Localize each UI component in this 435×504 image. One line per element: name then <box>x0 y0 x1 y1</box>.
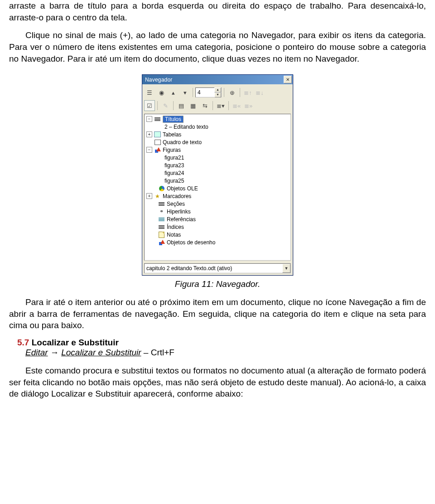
tree-label: 2 – Editando texto <box>164 124 208 130</box>
navigator-toolbar-row1: ☰ ◉ ▴ ▾ 4 ▲▼ ⊕ ≣↑ ≣↓ <box>144 86 291 99</box>
table-icon <box>154 131 161 138</box>
tree-child-figura25[interactable]: figura25 <box>145 177 290 184</box>
page-number-input[interactable]: 4 ▲▼ <box>195 87 222 97</box>
tree-label: Quadro de texto <box>163 139 202 145</box>
navigation-icon[interactable]: ◉ <box>156 87 167 98</box>
tree-label: Seções <box>167 201 185 207</box>
tree-item-ole[interactable]: Objetos OLE <box>145 184 290 192</box>
para-find-replace: Este comando procura e substitui textos … <box>9 365 426 400</box>
anchor-icon[interactable]: ⇆ <box>199 100 210 111</box>
section-heading: 5.7 Localizar e Substituir <box>17 338 426 348</box>
tree-label: Títulos <box>163 116 184 123</box>
navigator-figure: Navegador ✕ ☰ ◉ ▴ ▾ 4 ▲▼ ⊕ ≣↑ <box>9 74 426 276</box>
tree-label: figura24 <box>164 170 184 176</box>
tree-label: Marcadores <box>163 193 191 199</box>
tree-label: Figuras <box>163 147 181 153</box>
tree-label: Objetos de desenho <box>167 239 215 246</box>
headings-icon <box>154 116 161 122</box>
menu-path: Editar → Localizar e Substituir – Crtl+F <box>25 348 426 358</box>
toolbar-separator <box>228 101 229 110</box>
tree-child-figura23[interactable]: figura23 <box>145 161 290 169</box>
text-frame-icon <box>154 139 161 145</box>
tree-label: figura21 <box>164 155 184 161</box>
tree-label: Notas <box>167 232 181 238</box>
content-view-icon[interactable]: ☑ <box>144 100 155 111</box>
heading-levels-icon[interactable]: ≣▾ <box>215 100 226 111</box>
expand-icon[interactable]: + <box>146 193 152 199</box>
tree-item-indices[interactable]: Índices <box>145 223 290 231</box>
toolbar-separator <box>213 101 213 110</box>
promote-chapter-icon[interactable]: ≣↑ <box>242 87 253 98</box>
prev-icon[interactable]: ▴ <box>168 87 179 98</box>
navigator-tree[interactable]: − Títulos 2 – Editando texto + Tabelas <box>144 114 291 261</box>
toolbar-separator <box>193 88 193 97</box>
menu-shortcut: Crtl+F <box>151 348 174 357</box>
toolbar-separator <box>157 101 158 110</box>
section-title-text: Localizar e Substituir <box>32 338 119 347</box>
bookmark-icon: ★ <box>154 193 161 199</box>
references-icon <box>158 216 165 223</box>
indexes-icon <box>158 224 165 230</box>
toggle-icon[interactable]: ☰ <box>144 87 155 98</box>
tree-label: Índices <box>167 224 184 230</box>
tree-label: figura25 <box>164 178 184 184</box>
menu-localizar: Localizar e Substituir <box>61 348 141 357</box>
page-number-value: 4 <box>198 89 201 96</box>
tree-item-tabelas[interactable]: + Tabelas <box>145 131 290 138</box>
promote-level-icon[interactable]: ≣« <box>231 100 242 111</box>
toolbar-separator <box>173 101 174 110</box>
collapse-icon[interactable]: − <box>146 116 152 122</box>
navigator-title: Navegador <box>145 77 173 83</box>
tree-label: figura23 <box>164 162 184 169</box>
spin-up-icon[interactable]: ▲ <box>214 87 221 92</box>
demote-chapter-icon[interactable]: ≣↓ <box>254 87 265 98</box>
toolbar-separator <box>240 88 240 97</box>
chevron-down-icon[interactable]: ▼ <box>282 264 290 273</box>
intro-para-1: arraste a barra de título para a borda e… <box>9 0 426 23</box>
tree-item-marcadores[interactable]: + ★ Marcadores <box>145 192 290 200</box>
tree-child-figura24[interactable]: figura24 <box>145 169 290 177</box>
tree-item-notas[interactable]: Notas <box>145 231 290 238</box>
tree-label: Objetos OLE <box>167 185 198 192</box>
tree-item-referencias[interactable]: Referências <box>145 215 290 223</box>
tree-label: Referências <box>167 216 196 223</box>
navigator-titlebar[interactable]: Navegador ✕ <box>142 75 293 84</box>
tree-item-hiperlinks[interactable]: ⚭ Hiperlinks <box>145 208 290 215</box>
sections-icon <box>158 201 165 207</box>
menu-dash: – <box>141 348 151 357</box>
set-reminder-icon[interactable]: ✎ <box>160 100 171 111</box>
tree-child-figura21[interactable]: figura21 <box>145 154 290 161</box>
close-icon[interactable]: ✕ <box>284 76 292 83</box>
drag-mode-icon[interactable]: ⊕ <box>227 87 237 98</box>
footer-icon[interactable]: ▦ <box>188 100 198 111</box>
tree-item-desenho[interactable]: Objetos de desenho <box>145 238 290 246</box>
figure-caption: Figura 11: Navegador. <box>9 279 426 289</box>
tree-label: Hiperlinks <box>167 208 191 215</box>
navigator-window: Navegador ✕ ☰ ◉ ▴ ▾ 4 ▲▼ ⊕ ≣↑ <box>142 74 293 276</box>
expand-icon[interactable]: + <box>146 131 152 137</box>
document-combo-value: capitulo 2 editando Texto.odt (ativo) <box>146 265 232 271</box>
ole-icon <box>158 185 165 192</box>
demote-level-icon[interactable]: ≣» <box>243 100 254 111</box>
collapse-icon[interactable]: − <box>146 147 152 153</box>
next-icon[interactable]: ▾ <box>179 87 190 98</box>
notes-icon <box>158 232 165 238</box>
tree-item-quadro[interactable]: Quadro de texto <box>145 138 290 146</box>
section-number: 5.7 <box>17 338 29 347</box>
tree-item-secoes[interactable]: Seções <box>145 200 290 208</box>
toolbar-separator <box>224 88 224 97</box>
hyperlink-icon: ⚭ <box>158 208 165 215</box>
spin-down-icon[interactable]: ▼ <box>214 92 221 97</box>
intro-para-2: Clique no sinal de mais (+), ao lado de … <box>9 29 426 64</box>
menu-editar: Editar <box>25 348 48 357</box>
tree-label: Tabelas <box>163 131 181 138</box>
tree-item-figuras[interactable]: − Figuras <box>145 146 290 154</box>
tree-item-titulos[interactable]: − Títulos <box>145 115 290 123</box>
document-combo[interactable]: capitulo 2 editando Texto.odt (ativo) ▼ <box>144 263 291 273</box>
graphics-icon <box>154 147 161 153</box>
para-navigation-tip: Para ir até o item anterior ou até o pró… <box>9 296 426 331</box>
draw-objects-icon <box>158 239 165 246</box>
header-icon[interactable]: ▤ <box>176 100 187 111</box>
tree-child-titulos-0[interactable]: 2 – Editando texto <box>145 123 290 131</box>
menu-arrow: → <box>48 348 62 357</box>
